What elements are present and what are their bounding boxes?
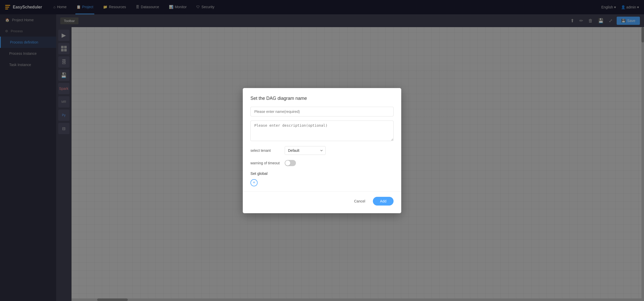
name-field bbox=[250, 107, 394, 116]
tenant-select[interactable]: Default bbox=[285, 146, 326, 155]
modal-divider bbox=[243, 191, 401, 192]
set-global-section: Set global + bbox=[250, 171, 394, 186]
timeout-label: warning of timeout bbox=[250, 161, 281, 165]
modal-overlay[interactable]: Set the DAG diagram name select tenant D… bbox=[0, 0, 644, 301]
dag-name-input[interactable] bbox=[250, 107, 394, 116]
set-global-title: Set global bbox=[250, 171, 394, 176]
tenant-label: select tenant bbox=[250, 148, 281, 153]
dag-name-modal: Set the DAG diagram name select tenant D… bbox=[243, 88, 401, 213]
add-button[interactable]: Add bbox=[373, 197, 394, 206]
timeout-toggle[interactable] bbox=[285, 160, 296, 166]
modal-title: Set the DAG diagram name bbox=[250, 96, 394, 101]
timeout-row: warning of timeout bbox=[250, 160, 394, 166]
cancel-button[interactable]: Cancel bbox=[350, 197, 369, 205]
dag-description-input[interactable] bbox=[250, 121, 394, 141]
modal-footer: Cancel Add bbox=[250, 197, 394, 206]
tenant-row: select tenant Default bbox=[250, 146, 394, 155]
add-global-button[interactable]: + bbox=[250, 179, 258, 186]
description-field bbox=[250, 121, 394, 142]
